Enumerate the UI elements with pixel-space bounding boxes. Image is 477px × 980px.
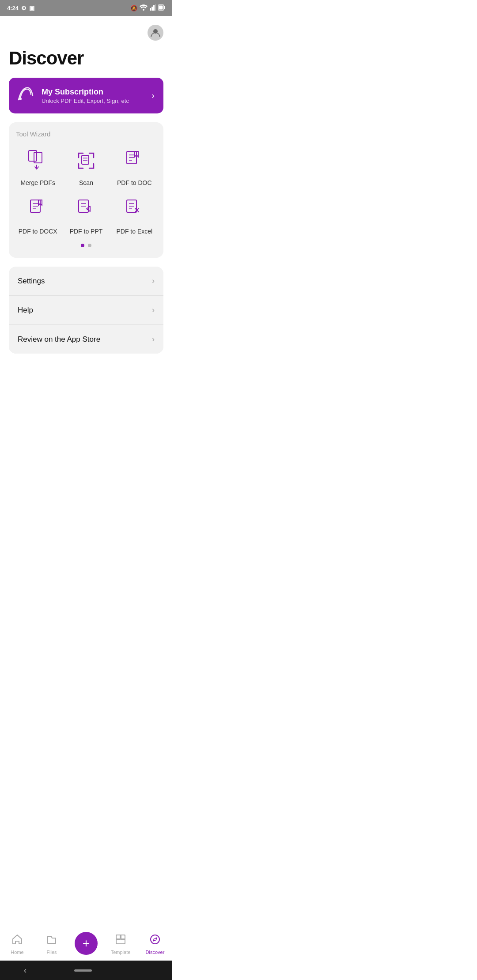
page-title: Discover [9, 48, 163, 69]
mute-icon: 🔕 [130, 5, 137, 11]
merge-pdfs-icon [24, 147, 52, 175]
scan-label: Scan [79, 179, 93, 186]
svg-point-9 [19, 98, 22, 100]
settings-chevron: › [152, 276, 155, 286]
tool-item-pdf-to-excel[interactable]: PDF to Excel [113, 195, 156, 235]
pdf-to-excel-label: PDF to Excel [116, 228, 152, 235]
pdf-to-doc-icon [120, 147, 148, 175]
tool-item-merge-pdfs[interactable]: Merge PDFs [16, 147, 60, 186]
signal-icon [150, 4, 156, 12]
help-label: Help [18, 306, 33, 315]
dot-1[interactable] [81, 244, 84, 247]
menu-section: Settings › Help › Review on the App Stor… [9, 267, 163, 354]
review-menu-item[interactable]: Review on the App Store › [9, 325, 163, 354]
status-left: 4:24 ⚙ ▣ [7, 5, 34, 11]
status-time: 4:24 [7, 5, 19, 11]
help-chevron: › [152, 305, 155, 315]
tool-wizard-section: Tool Wizard Merge PDFs [9, 122, 163, 258]
subscription-title: My Subscription [42, 87, 129, 97]
pdf-to-ppt-label: PDF to PPT [70, 228, 103, 235]
help-menu-item[interactable]: Help › [9, 296, 163, 325]
subscription-subtitle: Unlock PDF Edit, Export, Sign, etc [42, 98, 129, 104]
svg-rect-6 [164, 6, 165, 9]
pdf-to-docx-label: PDF to DOCX [19, 228, 57, 235]
status-right: 🔕 [130, 4, 165, 12]
avatar[interactable] [148, 25, 163, 41]
svg-rect-13 [82, 155, 89, 164]
header [9, 21, 163, 42]
svg-point-0 [143, 9, 144, 11]
settings-menu-item[interactable]: Settings › [9, 267, 163, 296]
pdf-to-ppt-icon [72, 195, 100, 223]
pdf-to-docx-icon [24, 195, 52, 223]
main-content: Discover My Subscription Unlock PDF Edit… [0, 16, 172, 421]
subscription-banner[interactable]: My Subscription Unlock PDF Edit, Export,… [9, 78, 163, 113]
subscription-text: My Subscription Unlock PDF Edit, Export,… [42, 87, 129, 104]
svg-rect-3 [153, 5, 155, 11]
clip-status-icon: ▣ [29, 5, 34, 11]
pdf-to-doc-label: PDF to DOC [117, 179, 152, 186]
wifi-icon [140, 4, 148, 12]
svg-rect-2 [151, 7, 153, 11]
dot-2[interactable] [88, 244, 91, 247]
subscription-chevron: › [151, 90, 155, 101]
settings-label: Settings [18, 277, 45, 286]
svg-rect-4 [155, 4, 156, 11]
battery-icon [158, 4, 165, 12]
pdf-to-excel-icon [120, 195, 148, 223]
tool-item-pdf-to-ppt[interactable]: PDF to PPT [64, 195, 108, 235]
review-label: Review on the App Store [18, 335, 100, 344]
settings-status-icon: ⚙ [21, 5, 26, 11]
tool-wizard-title: Tool Wizard [16, 130, 156, 138]
tool-grid: Merge PDFs Sc [16, 147, 156, 235]
scan-icon [72, 147, 100, 175]
tool-item-pdf-to-docx[interactable]: PDF to DOCX [16, 195, 60, 235]
subscription-left: My Subscription Unlock PDF Edit, Export,… [18, 86, 129, 106]
tool-item-pdf-to-doc[interactable]: PDF to DOC [113, 147, 156, 186]
review-chevron: › [152, 335, 155, 344]
svg-rect-1 [150, 8, 151, 11]
tool-item-scan[interactable]: Scan [64, 147, 108, 186]
subscription-icon [18, 86, 34, 106]
merge-pdfs-label: Merge PDFs [20, 179, 55, 186]
status-bar: 4:24 ⚙ ▣ 🔕 [0, 0, 172, 16]
pagination-dots [16, 244, 156, 247]
svg-rect-7 [159, 5, 163, 9]
